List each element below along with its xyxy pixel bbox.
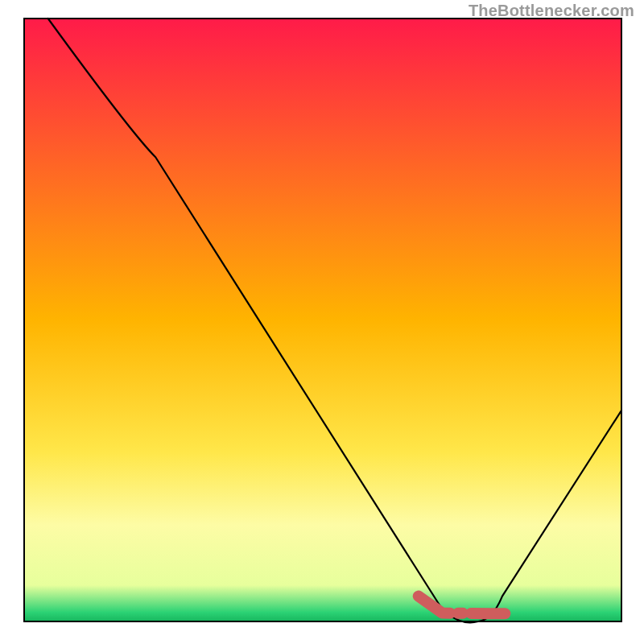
chart-frame: TheBottlenecker.com: [0, 0, 644, 644]
gradient-background: [24, 19, 621, 621]
bottleneck-chart: [0, 0, 644, 644]
plot-area: [24, 19, 621, 622]
